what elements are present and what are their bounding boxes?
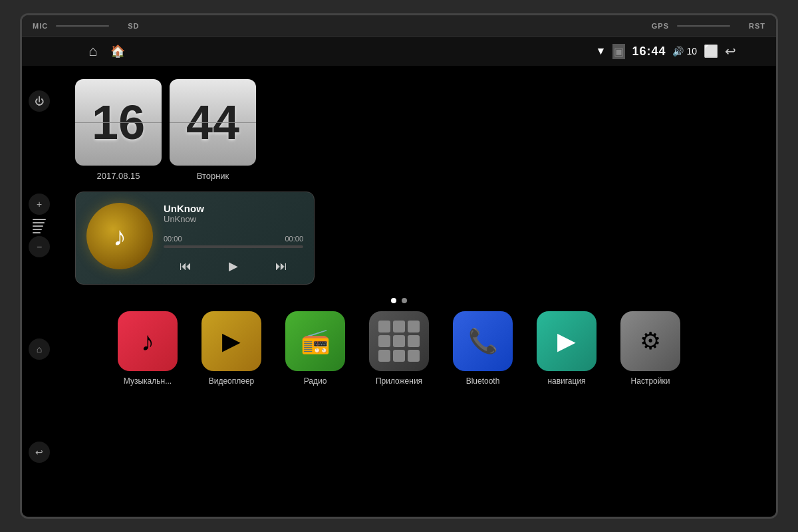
radio-app-icon: 📻 — [301, 327, 331, 355]
apps-grid-item — [408, 350, 420, 362]
minus-icon: − — [37, 241, 42, 252]
side-buttons: ⏻ + − ⌂ ↩ — [22, 37, 57, 517]
home-button[interactable]: ⌂ — [29, 338, 50, 360]
music-app-icon: ♪ — [141, 327, 154, 356]
clock-info: 2017.08.15 Вторник — [75, 171, 315, 181]
app-music-icon: ♪ — [118, 311, 178, 371]
app-nav[interactable]: ▶ навигация — [530, 311, 603, 386]
music-album-art: ♪ — [86, 203, 153, 269]
app-bt-icon: 📞 — [453, 311, 513, 371]
power-icon: ⏻ — [35, 96, 44, 106]
wifi-icon: ▼ — [596, 45, 606, 57]
clock-day: Вторник — [170, 171, 256, 181]
app-bluetooth[interactable]: 📞 Bluetooth — [446, 311, 519, 386]
prev-button[interactable]: ⏮ — [180, 259, 192, 273]
window-icon: ⬜ — [704, 44, 718, 59]
time-current: 00:00 — [164, 235, 182, 243]
plus-icon: + — [37, 199, 42, 209]
nav-app-icon: ▶ — [557, 327, 576, 355]
app-settings-label: Настройки — [614, 376, 687, 386]
music-note-icon: ♪ — [113, 221, 126, 251]
app-music[interactable]: ♪ Музыкальн... — [111, 311, 184, 386]
volume-speaker-icon: 🔊 — [672, 46, 684, 57]
music-widget: ♪ UnKnow UnKnow 00:00 00:00 — [75, 192, 315, 285]
vol-line-2 — [33, 222, 45, 223]
apps-grid-item — [378, 321, 390, 332]
main-content: 16 44 2017.08.15 Вторник ♪ — [22, 66, 776, 298]
app-video[interactable]: ▶ Видеоплеер — [195, 311, 268, 386]
music-info: UnKnow UnKnow 00:00 00:00 — [164, 203, 303, 273]
app-video-icon: ▶ — [201, 311, 261, 371]
volume-display: 🔊 10 — [672, 46, 697, 57]
progress-times: 00:00 00:00 — [164, 235, 303, 243]
app-apps-icon — [369, 311, 429, 371]
clock-display: 16:44 — [632, 45, 666, 59]
app-nav-icon: ▶ — [537, 311, 597, 371]
next-button[interactable]: ⏭ — [275, 259, 287, 273]
back-button-side[interactable]: ↩ — [29, 442, 50, 463]
apps-grid-item — [393, 350, 405, 362]
apps-grid-item — [378, 335, 390, 347]
volume-group: + − — [29, 194, 50, 257]
app-bt-label: Bluetooth — [446, 376, 519, 386]
apps-nav-icon[interactable]: 🏠 — [110, 44, 125, 59]
music-progress-section: 00:00 00:00 — [164, 235, 303, 248]
pager-dots — [35, 298, 763, 303]
sd-label: SD — [128, 22, 139, 30]
bt-app-icon: 📞 — [468, 327, 498, 355]
back-icon-side: ↩ — [35, 447, 43, 458]
power-button[interactable]: ⏻ — [29, 90, 50, 112]
volume-level: 10 — [686, 46, 697, 57]
left-panel: 16 44 2017.08.15 Вторник ♪ — [75, 79, 315, 285]
app-grid: ♪ Музыкальн... ▶ Видеоплеер 📻 Радио — [35, 311, 763, 386]
music-title-section: UnKnow UnKnow — [164, 203, 303, 224]
app-video-label: Видеоплеер — [195, 376, 268, 386]
vol-line-5 — [33, 232, 41, 233]
volume-up-button[interactable]: + — [29, 194, 50, 215]
apps-grid-item — [378, 350, 390, 362]
clock-widget: 16 44 2017.08.15 Вторник — [75, 79, 315, 181]
home-nav-icon[interactable]: ⌂ — [88, 43, 97, 60]
apps-grid-item — [393, 335, 405, 347]
rst-label: RST — [749, 22, 765, 30]
video-app-icon: ▶ — [222, 327, 241, 355]
home-icon: ⌂ — [37, 344, 42, 354]
clock-hour: 16 — [92, 98, 145, 146]
apps-grid-item — [408, 321, 420, 332]
app-music-label: Музыкальн... — [111, 376, 184, 386]
dot-1 — [391, 298, 396, 303]
sd-indicator: SD — [128, 22, 139, 30]
vol-line-1 — [33, 219, 46, 220]
time-total: 00:00 — [285, 235, 303, 243]
app-radio-label: Радио — [279, 376, 352, 386]
gps-line — [677, 25, 730, 27]
volume-lines — [33, 219, 46, 233]
nav-icons: ⌂ 🏠 — [88, 43, 125, 60]
clock-minute: 44 — [186, 98, 239, 146]
app-apps[interactable]: Приложения — [362, 311, 436, 386]
gps-indicator: GPS — [652, 22, 735, 30]
apps-section: ♪ Музыкальн... ▶ Видеоплеер 📻 Радио — [22, 298, 776, 517]
progress-bar[interactable] — [164, 245, 303, 248]
rst-indicator: RST — [749, 22, 765, 30]
volume-down-button[interactable]: − — [29, 236, 50, 257]
app-set-icon: ⚙ — [620, 311, 680, 371]
clock-hour-card: 16 — [75, 79, 162, 166]
dot-2 — [402, 298, 407, 303]
mic-label: MIC — [33, 22, 48, 30]
gps-label: GPS — [652, 22, 669, 30]
play-button[interactable]: ▶ — [229, 259, 238, 273]
vol-line-3 — [33, 225, 43, 227]
clock-cards: 16 44 — [75, 79, 315, 166]
app-radio[interactable]: 📻 Радио — [279, 311, 352, 386]
music-artist: UnKnow — [164, 214, 303, 224]
app-nav-label: навигация — [530, 376, 603, 386]
top-physical-bar: MIC SD GPS RST — [22, 15, 776, 37]
settings-app-icon: ⚙ — [640, 327, 661, 355]
back-nav-icon[interactable]: ↩ — [725, 43, 736, 59]
status-bar: ⌂ 🏠 ▼ ▣ 16:44 🔊 10 ⬜ ↩ — [22, 37, 776, 66]
main-screen: ⏻ + − ⌂ ↩ — [22, 37, 776, 517]
mic-line — [56, 25, 109, 27]
music-controls: ⏮ ▶ ⏭ — [164, 259, 303, 273]
app-settings[interactable]: ⚙ Настройки — [614, 311, 687, 386]
